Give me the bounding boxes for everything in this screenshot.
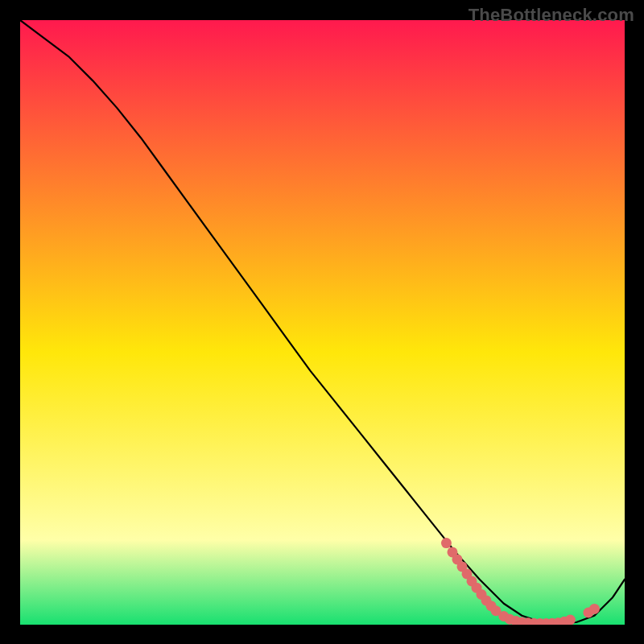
watermark-text: TheBottleneck.com	[469, 5, 634, 26]
data-marker	[589, 604, 600, 614]
gradient-background	[20, 20, 625, 625]
chart-svg	[20, 20, 625, 625]
plot-area	[20, 20, 625, 625]
data-marker	[441, 538, 452, 548]
chart-stage: TheBottleneck.com	[0, 0, 644, 644]
data-marker	[565, 614, 576, 625]
